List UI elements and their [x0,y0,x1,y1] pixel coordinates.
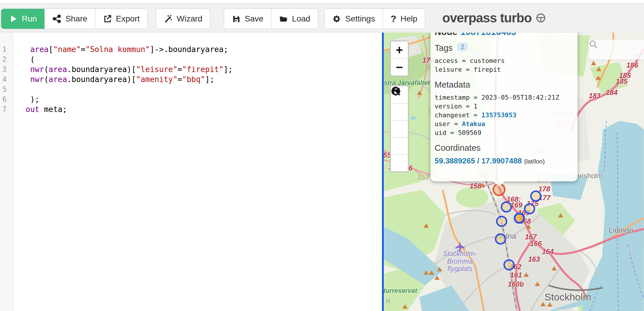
tags-count-badge: 2 [457,43,468,51]
share-button[interactable]: Share [44,9,95,29]
map-search-box[interactable] [589,40,644,60]
toolbar: Run Share Export [0,0,644,32]
node-id-link[interactable]: 10871616463 [461,33,516,37]
popup-title: Node10871616463 [435,33,570,37]
save-load-group: Save Load [224,9,318,29]
road-ref-label: 163 [528,255,540,263]
code-line[interactable]: 6 ); [0,94,382,104]
poi-marker[interactable] [524,203,535,214]
save-button[interactable]: Save [224,9,271,29]
map-canvas[interactable]: 174155156156157158171171178177175168;169… [384,33,644,311]
settings-button[interactable]: Settings [325,9,383,29]
question-mark-icon: ? [391,14,396,24]
road-ref-label: 161 [510,271,522,279]
tags-heading: Tags2 [435,43,570,53]
query-editor[interactable]: 1 area["name"="Solna kommun"]->.boundary… [0,33,382,311]
brand: overpass turbo [442,8,546,28]
locate-button[interactable] [391,103,408,120]
poi-marker[interactable] [495,233,506,245]
coordinates-value: 59.3889265 / 17.9907488(lat/lon) [435,156,570,165]
share-icon [52,14,61,23]
poi-marker[interactable] [514,213,525,224]
kv-row: changeset = 135753053 [435,111,570,120]
kv-row: uid = 509569 [435,128,570,137]
play-icon [9,14,18,23]
zoom-in-button[interactable]: + [391,41,408,58]
node-details-popup: Node10871616463 Tags2 access = customers… [431,33,578,181]
road-ref-label: 158 [470,182,481,190]
road-ref-label: 166 [530,240,542,248]
kv-row: user = Atakua [435,120,570,128]
place-label: n [386,297,390,305]
changeset-link[interactable]: 135753053 [481,111,516,119]
code-line[interactable]: 2 ( [0,54,382,64]
kv-row: leisure = firepit [435,65,570,74]
road-ref-label: 186 [626,61,638,69]
node-label: Node [435,33,458,37]
road-ref-label: 183 [589,92,600,100]
line-number: 2 [2,54,11,64]
code-lines: 1 area["name"="Solna kommun"]->.boundary… [0,44,382,114]
coordinates-heading: Coordinates [435,143,570,153]
overpass-turbo-app: Run Share Export [0,0,644,311]
place-label: Lidingö [609,226,633,235]
latlon-link[interactable]: 59.3889265 / 17.9907488 [435,156,522,165]
place-label: turreservat [384,287,417,295]
help-button[interactable]: ? Help [383,9,425,29]
metadata-list: timestamp = 2023-05-05T18:42:21Zversion … [435,93,570,137]
poi-marker[interactable] [530,190,541,202]
export-button[interactable]: Export [95,9,147,29]
kv-row: version = 1 [435,102,570,111]
line-number: 1 [2,44,11,54]
gear-icon [332,14,341,23]
load-button[interactable]: Load [271,9,318,29]
popup-tail [493,181,505,186]
latlon-suffix: (lat/lon) [524,158,545,165]
place-label: Stockholm- [443,250,477,258]
line-number: 4 [2,74,11,84]
magic-wand-icon [164,14,173,23]
save-label: Save [245,14,263,24]
wizard-group: Wizard [156,9,210,29]
share-label: Share [65,14,87,24]
run-share-export-group: Run Share Export [1,9,148,29]
plus-icon: + [396,44,403,56]
kv-row: access = customers [435,56,570,65]
tags-list: access = customersleisure = firepit [435,56,570,74]
run-label: Run [22,14,37,24]
road-ref-label: 169 [510,201,522,209]
export-label: Export [116,14,140,24]
export-image-button[interactable] [391,120,408,137]
poi-marker[interactable] [501,201,512,213]
kv-row: timestamp = 2023-05-05T18:42:21Z [435,93,570,102]
code-line[interactable]: 1 area["name"="Solna kommun"]->.boundary… [0,44,382,54]
place-label: Stockholm [545,291,591,303]
road-ref-label: 160b [508,280,524,288]
save-icon [232,14,241,23]
load-label: Load [292,14,310,24]
zoom-out-button[interactable]: − [391,58,408,76]
folder-open-icon [279,14,288,23]
code-line[interactable]: 7out meta; [0,104,382,114]
clear-results-button[interactable] [391,154,408,171]
poi-marker[interactable] [503,259,515,270]
place-label: flygplats [448,265,472,273]
line-number: 6 [2,94,11,104]
minus-icon: − [396,61,403,73]
map-tools-control [390,85,409,172]
code-line[interactable]: 5 [0,84,382,94]
ban-icon [391,86,401,96]
code-line[interactable]: 4 nwr(area.boundaryarea)["amenity"="bbq"… [0,74,382,84]
wizard-button[interactable]: Wizard [156,9,210,29]
road-ref-label: 178 [538,185,550,193]
export-icon [103,14,112,23]
user-link[interactable]: Atakua [462,120,485,128]
metadata-heading: Metadata [435,80,570,90]
code-line[interactable]: 3 nwr(area.boundaryarea)["leisure"="fire… [0,64,382,74]
help-label: Help [401,14,418,24]
settings-label: Settings [345,14,375,24]
skip-to-data-button[interactable] [391,137,408,154]
poi-marker[interactable] [496,216,507,227]
line-number: 5 [2,84,11,94]
run-button[interactable]: Run [1,9,44,29]
